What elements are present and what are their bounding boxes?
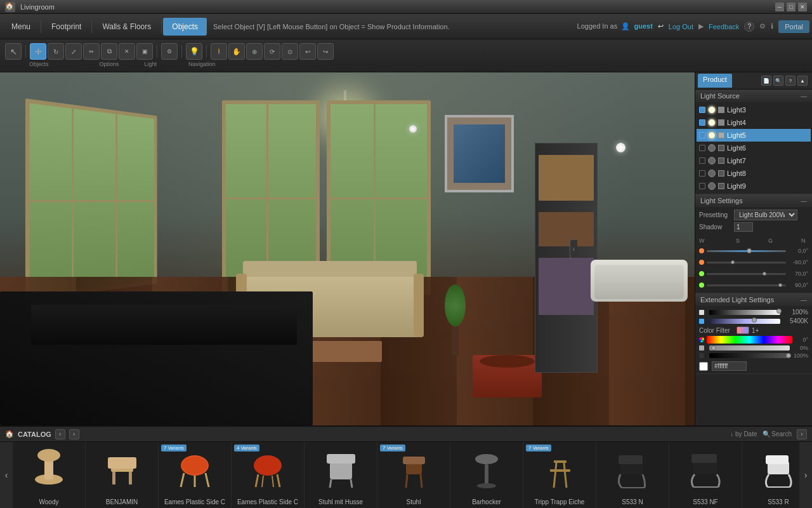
minimize-button[interactable]: ─ [775, 3, 784, 11]
select-tool-icon[interactable]: ↖ [5, 43, 22, 60]
catalog-item-barhocker[interactable]: Barhocker [450, 442, 523, 508]
item-img-s533nf [680, 446, 731, 490]
mirror-tool-icon[interactable]: ⇔ [83, 43, 100, 60]
rotate-tool-icon[interactable]: ↻ [48, 43, 64, 60]
options-tool-icon[interactable]: ⚙ [161, 43, 178, 60]
catalog-item-benjamin[interactable]: BENJAMIN [86, 442, 159, 508]
catalog-item-s533n[interactable]: S533 N [596, 442, 669, 508]
light-check-8[interactable] [699, 170, 705, 177]
light-settings-section: Light Settings — Presetting Light Bulb 2… [695, 194, 812, 293]
redo-icon[interactable]: ↪ [317, 43, 334, 60]
username: guest [634, 22, 652, 30]
panel-icon-2[interactable]: 🔍 [773, 76, 783, 86]
catalog-search-label[interactable]: 🔍 Search [763, 431, 792, 438]
catalog-item-stuhl[interactable]: 7 Variants Stuhl [377, 442, 450, 508]
light-check-4[interactable] [699, 119, 705, 126]
catalog-item-eames-1[interactable]: 7 Variants Eames Plastic Side C [159, 442, 232, 508]
panel-icon-3[interactable]: ? [785, 76, 796, 86]
toolbar-icons: ↖ ✛ ↻ ⤢ ⇔ ⧉ ✕ ▣ ⚙ 💡 🚶 ✋ ⊕ ⟳ ⊙ ↩ ↪ [3, 41, 809, 60]
slider-n-row: 90,0° [699, 280, 808, 290]
toolbar-sep-2 [157, 45, 157, 58]
light-check-6[interactable] [699, 145, 705, 151]
catalog-item-stuhl-husse[interactable]: Stuhl mit Husse [304, 442, 377, 508]
viewport[interactable]: ‹ [0, 72, 695, 425]
catalog-home-icon: 🏠 [5, 430, 14, 438]
catalog-scroll-right[interactable]: › [799, 442, 812, 508]
help-icon[interactable]: ? [744, 22, 754, 32]
color-spectrum[interactable] [707, 336, 792, 344]
delete-tool-icon[interactable]: ✕ [119, 43, 135, 60]
menu-item-footprint[interactable]: Footprint [43, 18, 90, 36]
catalog-expand-button[interactable]: › [797, 429, 807, 439]
light-label-8: Light8 [727, 170, 746, 177]
info-icon[interactable]: ℹ [771, 22, 773, 30]
light-check-9[interactable] [699, 183, 705, 189]
extended-collapse[interactable]: — [801, 297, 807, 304]
close-button[interactable]: ✕ [798, 3, 807, 11]
catalog-scroll-left[interactable]: ‹ [0, 442, 13, 508]
light-label-5: Light5 [727, 131, 746, 139]
color-filter-label: Color Filter [699, 327, 734, 334]
walk-tool-icon[interactable]: 🚶 [211, 43, 227, 60]
scale-tool-icon[interactable]: ⤢ [65, 43, 82, 60]
light-tool-icon[interactable]: 💡 [186, 43, 202, 60]
light-item-9[interactable]: Light9 [697, 180, 811, 192]
catalog-next-button[interactable]: › [69, 429, 79, 439]
logout-link[interactable]: Log Out [669, 23, 693, 30]
svg-point-25 [475, 454, 498, 464]
portal-button[interactable]: Portal [778, 20, 809, 33]
catalog-item-tripp-trapp[interactable]: 7 Variants Tripp Trapp Eiche [523, 442, 596, 508]
light-source-collapse[interactable]: — [801, 93, 807, 100]
move-tool-icon[interactable]: ✛ [30, 43, 46, 60]
maximize-button[interactable]: □ [787, 3, 796, 11]
settings-icon[interactable]: ⚙ [759, 22, 766, 30]
product-tabs: Product 📄 🔍 ? ▲ [695, 72, 812, 90]
light-check-7[interactable] [699, 157, 705, 164]
light-settings-collapse[interactable]: — [801, 197, 807, 204]
pan-tool-icon[interactable]: ✋ [228, 43, 245, 60]
light-item-8[interactable]: Light8 [697, 167, 811, 180]
light-source-header[interactable]: Light Source — [695, 90, 812, 102]
light-check-3[interactable] [699, 107, 705, 113]
panel-icon-1[interactable]: 📄 [761, 76, 771, 86]
light-item-3[interactable]: Light3 [697, 104, 811, 116]
orbit-tool-icon[interactable]: ⟳ [264, 43, 280, 60]
catalog-item-woody[interactable]: Woody [13, 442, 86, 508]
reset-view-icon[interactable]: ⊙ [282, 43, 298, 60]
svg-line-20 [351, 479, 352, 488]
light-bulb-6 [708, 144, 716, 152]
product-tab[interactable]: Product [698, 74, 732, 88]
light-item-6[interactable]: Light6 [697, 142, 811, 154]
item-variants-eames-2: 4 Variants [234, 444, 259, 451]
shadow-input[interactable] [734, 222, 753, 232]
menu-item-walls-floors[interactable]: Walls & Floors [93, 18, 160, 36]
group-tool-icon[interactable]: ▣ [136, 43, 153, 60]
zoom-tool-icon[interactable]: ⊕ [246, 43, 263, 60]
catalog-sort-label[interactable]: ↓ by Date [730, 431, 757, 438]
light-item-7[interactable]: Light7 [697, 154, 811, 167]
extended-header[interactable]: Extended Light Settings — [695, 293, 812, 306]
undo-icon[interactable]: ↩ [299, 43, 316, 60]
catalog-item-eames-2[interactable]: 4 Variants Eames Plastic Side C [232, 442, 304, 508]
light-item-5[interactable]: Light5 [697, 129, 811, 142]
catalog-item-s533nf[interactable]: S533 NF [669, 442, 742, 508]
panel-collapse-handle[interactable]: ‹ [570, 239, 577, 258]
panel-icon-4[interactable]: ▲ [797, 76, 808, 86]
light-type-9 [718, 183, 724, 189]
s533r-svg [755, 448, 800, 489]
feedback-link[interactable]: Feedback [709, 23, 739, 30]
color-swatch[interactable] [699, 362, 708, 371]
color-filter-preview[interactable] [737, 326, 749, 334]
light-item-4[interactable]: Light4 [697, 116, 811, 129]
copy-tool-icon[interactable]: ⧉ [101, 43, 117, 60]
menu-item-menu[interactable]: Menu [3, 18, 39, 36]
presetting-select[interactable]: Light Bulb 200W [734, 210, 797, 220]
hex-input[interactable] [712, 361, 747, 371]
svg-line-13 [256, 474, 258, 487]
menu-item-objects[interactable]: Objects [163, 18, 207, 36]
light-settings-header[interactable]: Light Settings — [695, 194, 812, 207]
light-check-5[interactable] [699, 132, 705, 138]
extended-settings-section: Extended Light Settings — 100% [695, 293, 812, 374]
catalog-prev-button[interactable]: ‹ [55, 429, 65, 439]
catalog-item-s533r[interactable]: S533 R [742, 442, 799, 508]
